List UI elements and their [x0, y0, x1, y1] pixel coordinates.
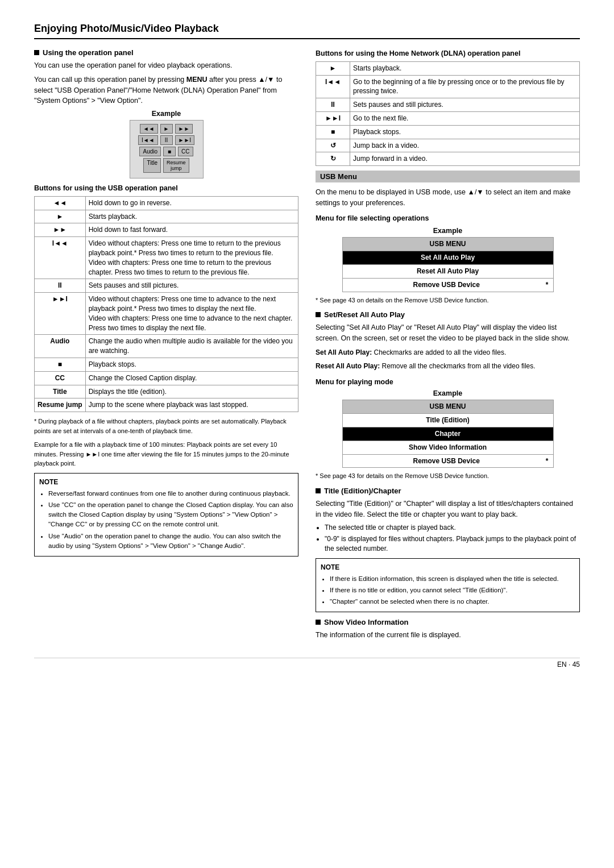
table-row: ►►IVideo without chapters: Press one tim… — [35, 293, 298, 335]
list-item: If there is Edition information, this sc… — [330, 574, 575, 584]
table-row: CCChange the Closed Caption display. — [35, 371, 298, 385]
title-chapter-bullets: The selected title or chapter is played … — [316, 523, 580, 553]
icon-cell: Audio — [35, 335, 86, 358]
icon-cell: ► — [316, 61, 350, 75]
show-video-section: Show Video Information The information o… — [316, 618, 580, 641]
show-video-desc: The information of the current file is d… — [316, 630, 580, 641]
list-item: Remove USB Device * — [342, 454, 553, 468]
icon-cell: I◄◄ — [316, 75, 350, 98]
right-notes: If there is Edition information, this sc… — [321, 574, 575, 607]
remote-pause: II — [160, 135, 173, 145]
note-box-left: NOTE Reverse/fast forward continues from… — [34, 473, 298, 557]
desc-cell: Displays the title (edition). — [85, 385, 298, 398]
page-title: Enjoying Photo/Music/Video Playback — [34, 23, 219, 34]
desc-cell: Jump forward in a video. — [350, 152, 580, 166]
list-item: The selected title or chapter is played … — [325, 523, 580, 533]
list-item: "Chapter" cannot be selected when there … — [330, 597, 575, 607]
file-select-section: Menu for file selecting operations Examp… — [316, 213, 580, 305]
table-row: ►►IGo to the next file. — [316, 111, 580, 125]
desc-cell: Jump back in a video. — [350, 139, 580, 152]
icon-cell: ↺ — [316, 139, 350, 152]
playing-mode-section: Menu for playing mode Example USB MENUTi… — [316, 377, 580, 481]
title-chapter-desc: Selecting "Title (Edition)" or "Chapter"… — [316, 499, 580, 520]
remote-next: ►►I — [175, 135, 195, 145]
icon-cell: II — [35, 279, 86, 293]
using-panel-p1: You can use the operation panel for vide… — [34, 60, 298, 71]
set-reset-heading: Set/Reset All Auto Play — [316, 310, 580, 319]
using-panel-heading: Using the operation panel — [34, 48, 298, 57]
icon-cell: Title — [35, 385, 86, 398]
desc-cell: Go to the next file. — [350, 111, 580, 125]
page-number: EN · 45 — [34, 658, 580, 668]
desc-cell: Jump to the scene where playback was las… — [85, 398, 298, 412]
table-row: ◄◄Hold down to go in reverse. — [35, 196, 298, 210]
file-select-menu: USB MENUSet All Auto PlayReset All Auto … — [342, 237, 554, 292]
playing-mode-menu: USB MENUTitle (Edition)ChapterShow Video… — [342, 400, 554, 468]
table-row: ■Playback stops. — [35, 358, 298, 371]
usb-menu-heading: USB Menu — [316, 171, 580, 182]
desc-cell: Starts playback. — [85, 210, 298, 223]
desc-cell: Video without chapters: Press one time t… — [85, 237, 298, 279]
bullet-icon-4 — [316, 620, 321, 625]
table-row: ►Starts playback. — [316, 61, 580, 75]
table-row: ►►Hold down to fast forward. — [35, 223, 298, 237]
bullet-icon — [34, 50, 39, 55]
note-label-left: NOTE — [39, 477, 293, 487]
remote-audio: Audio — [139, 147, 161, 156]
note-box-right: NOTE If there is Edition information, th… — [316, 558, 580, 613]
set-all-line: Set All Auto Play: Checkmarks are added … — [316, 347, 580, 358]
bullet-icon-2 — [316, 312, 321, 317]
list-item: If there is no title or edition, you can… — [330, 585, 575, 595]
desc-cell: Change the audio when multiple audio is … — [85, 335, 298, 358]
icon-cell: I◄◄ — [35, 237, 86, 279]
table-row: I◄◄Video without chapters: Press one tim… — [35, 237, 298, 279]
list-item: Reset All Auto Play — [342, 264, 553, 278]
file-select-footnote: * See page 43 on details on the Remove U… — [316, 296, 580, 305]
icon-cell: ► — [35, 210, 86, 223]
usb-buttons-table: ◄◄Hold down to go in reverse.►Starts pla… — [34, 196, 298, 412]
desc-cell: Go to the beginning of a file by pressin… — [350, 75, 580, 98]
icon-cell: ►► — [35, 223, 86, 237]
table-row: Resume jumpJump to the scene where playb… — [35, 398, 298, 412]
set-reset-section: Set/Reset All Auto Play Selecting "Set A… — [316, 310, 580, 371]
icon-cell: ↻ — [316, 152, 350, 166]
remote-rewind: ◄◄ — [140, 124, 158, 134]
example-label-remote: Example — [34, 110, 298, 118]
set-reset-desc: Selecting "Set All Auto Play" or "Reset … — [316, 322, 580, 344]
desc-cell: Change the Closed Caption display. — [85, 371, 298, 385]
remote-ffwd: ►► — [175, 124, 193, 134]
dlna-buttons-table: ►Starts playback.I◄◄Go to the beginning … — [316, 61, 580, 166]
remote-stop: ■ — [163, 147, 176, 156]
footnote2: Example for a file with a playback time … — [34, 440, 298, 468]
remote-play: ► — [160, 124, 173, 134]
table-row: ►Starts playback. — [35, 210, 298, 223]
desc-cell: Video without chapters: Press one time t… — [85, 293, 298, 335]
desc-cell: Sets pauses and still pictures. — [350, 98, 580, 112]
list-item: Title (Edition) — [342, 414, 553, 427]
page-header: Enjoying Photo/Music/Video Playback — [34, 23, 580, 39]
usb-menu-desc: On the menu to be displayed in USB mode,… — [316, 187, 580, 209]
remote-cc: CC — [178, 147, 193, 156]
desc-cell: Hold down to fast forward. — [85, 223, 298, 237]
icon-cell: ►►I — [316, 111, 350, 125]
table-row: I◄◄Go to the beginning of a file by pres… — [316, 75, 580, 98]
table-row: IISets pauses and still pictures. — [35, 279, 298, 293]
usb-panel-heading: Buttons for using the USB operation pane… — [34, 183, 298, 194]
title-chapter-heading: Title (Edition)/Chapter — [316, 487, 580, 495]
file-select-heading: Menu for file selecting operations — [316, 213, 580, 224]
icon-cell: ◄◄ — [35, 196, 86, 210]
desc-cell: Sets pauses and still pictures. — [85, 279, 298, 293]
icon-cell: II — [316, 98, 350, 112]
desc-cell: Playback stops. — [350, 125, 580, 139]
list-item: Show Video Information — [342, 441, 553, 454]
bullet-icon-3 — [316, 488, 321, 493]
table-row: ■Playback stops. — [316, 125, 580, 139]
using-panel-p2: You can call up this operation panel by … — [34, 74, 298, 106]
table-row: TitleDisplays the title (edition). — [35, 385, 298, 398]
list-item: Reverse/fast forward continues from one … — [48, 489, 293, 499]
table-row: IISets pauses and still pictures. — [316, 98, 580, 112]
playing-footnote: * See page 43 for details on the Remove … — [316, 471, 580, 481]
list-item: Chapter — [342, 427, 553, 441]
table-row: ↻Jump forward in a video. — [316, 152, 580, 166]
list-item: Remove USB Device * — [342, 278, 553, 292]
